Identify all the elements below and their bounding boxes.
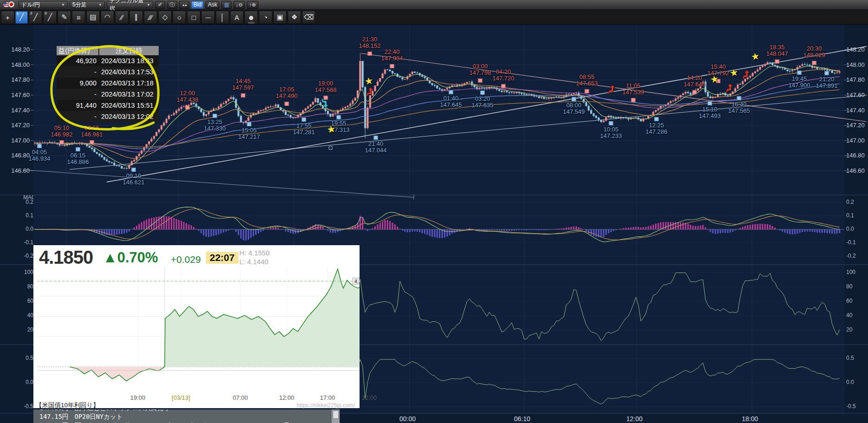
trade-marker-blue	[337, 115, 341, 119]
news-row[interactable]: 147.15円 OP20日NYカット	[39, 412, 340, 421]
trade-marker-blue	[825, 71, 829, 75]
trade-marker-blue	[708, 101, 712, 105]
tool-trendline-2-button[interactable]: ╱2	[29, 11, 42, 24]
trade-table-row[interactable]: -2024/03/13 17:02	[57, 89, 159, 100]
news-row[interactable]: 147.00円 買い大きめ 割り込むとストップ パラ売り大きめ 2012、15、…	[39, 421, 340, 423]
trade-annotation: 21:40147.044	[365, 141, 387, 154]
fib-arc-icon: ◠	[104, 13, 110, 21]
tool-v-line-button[interactable]: │	[216, 11, 229, 24]
bid-label: Bid	[193, 1, 201, 8]
tool-text-button[interactable]: A	[230, 11, 244, 24]
top-toolbar: ドル/円 ▼ 5分足 ▼ テクニカル選択 ▼ ✐ ⓘ ▲▲ Bid Ask ▥ …	[0, 0, 868, 10]
trade-history-table: 益(円換算)注文日時46,9202024/03/13 18:33-2024/03…	[57, 46, 159, 122]
tool-copy-button[interactable]: ▣	[273, 11, 287, 24]
star-icon: ★	[364, 75, 374, 87]
ask-button[interactable]: Ask	[206, 1, 219, 9]
trade-profit: -	[57, 91, 96, 98]
trade-marker-blue	[655, 117, 659, 121]
area-chart-button[interactable]: ▲▲	[179, 1, 189, 9]
trade-table-row[interactable]: 9,0002024/03/13 17:18	[57, 78, 159, 89]
yield-x-label: 22:00	[355, 394, 383, 401]
yield-high: H: 4.1550	[239, 249, 270, 257]
trade-annotation: 10:05147.233	[600, 126, 622, 139]
trade-table-row[interactable]: 91,4402024/03/13 15:51	[57, 100, 159, 111]
tool-clock-button[interactable]: ◔	[259, 11, 272, 24]
news-panel[interactable]: 147.20円 割り込むとストップロス大口売り147.15円 OP20日NYカッ…	[33, 410, 340, 423]
tool-eraser-button[interactable]: ⌫	[302, 11, 315, 24]
star-icon: ★	[709, 73, 720, 85]
tool-fib-arc-button[interactable]: ◠	[101, 11, 114, 24]
trade-annotation: 13:25147.330	[204, 119, 226, 132]
zoom-in-icon: ↑⊕	[249, 2, 256, 8]
trade-annotation: 16:40147.565	[728, 101, 750, 114]
technical-select-button[interactable]: テクニカル選択 ▼	[107, 1, 153, 8]
trade-datetime: 2024/03/13 17:53	[96, 68, 159, 76]
zoom-in-button[interactable]: ↑⊕	[247, 1, 258, 9]
ask-label: Ask	[208, 1, 217, 8]
trade-annotation: 19:00147.568	[315, 80, 337, 93]
news-panel-rows: 147.20円 割り込むとストップロス大口売り147.15円 OP20日NYカッ…	[33, 410, 340, 423]
icon-stamp-icon: ☻	[248, 13, 255, 21]
star-icon: ★	[326, 123, 337, 136]
chevron-down-icon: ▼	[147, 3, 150, 7]
trade-marker-red	[285, 102, 289, 106]
text-icon: A	[234, 13, 239, 21]
trade-annotation: 15:10147.493	[699, 106, 721, 119]
tool-trendline-3-button[interactable]: ╱3	[43, 11, 57, 24]
trade-annotation: 22:40147.984	[381, 49, 403, 62]
trade-table-row[interactable]: -2024/03/13 17:53	[57, 66, 159, 78]
info-button[interactable]: ⓘ	[167, 1, 177, 9]
timeframe-select[interactable]: 5分足 ▼	[70, 1, 105, 8]
tool-fan-lines-button[interactable]: ∕∕	[115, 11, 129, 24]
trendline-1-icon: ╱	[19, 13, 24, 21]
v-lines-icon: ∥	[135, 13, 138, 21]
pair-select[interactable]: ドル/円 ▼	[19, 1, 68, 8]
tool-v-lines-button[interactable]: ∥	[129, 11, 143, 24]
tool-icon-stamp[interactable]: ☻ICON	[244, 11, 258, 24]
scrollbar-thumb[interactable]	[333, 410, 339, 419]
trade-profit: 91,440	[57, 102, 96, 109]
col-profit-header: 益(円換算)	[57, 46, 99, 55]
trade-marker-blue	[572, 97, 576, 101]
tool-trendline-1-button[interactable]: ╱1	[15, 11, 28, 24]
trade-annotation: 18:35148.047	[766, 44, 788, 57]
tool-ellipse-button[interactable]: ○	[173, 11, 186, 24]
trade-marker-blue	[374, 136, 378, 140]
chevron-down-icon: ▼	[98, 3, 102, 7]
tool-h-lines-3-button[interactable]: ≡	[72, 11, 85, 24]
tool-polygon-button[interactable]: ◇	[158, 11, 172, 24]
zoom-out-icon: ↓⊖	[236, 2, 243, 8]
trade-table-row[interactable]: 46,9202024/03/13 18:33	[57, 55, 159, 66]
trade-annotation: 06:15146.886	[67, 152, 89, 165]
tool-h-lines-4-button[interactable]: ▤	[86, 11, 100, 24]
trendline-3-icon: ╱	[48, 13, 52, 21]
trade-annotation: 19:45147.900	[789, 76, 810, 89]
zoom-out-button[interactable]: ↓⊖	[233, 1, 245, 9]
tool-rectangle-button[interactable]: □	[187, 11, 200, 24]
trade-marker-blue	[449, 90, 453, 94]
cyan-down-arrow-icon	[320, 98, 330, 108]
tool-ruler-button[interactable]: ✎	[58, 11, 71, 24]
tool-crosshair-button[interactable]: +	[1, 11, 14, 24]
news-panel-scrollbar[interactable]	[332, 410, 340, 423]
trade-datetime: 2024/03/13 15:51	[96, 102, 159, 109]
polygon-icon: ◇	[162, 13, 168, 21]
pair-select-value: ドル/円	[21, 1, 40, 9]
tool-h-line-button[interactable]: ─	[201, 11, 215, 24]
trade-marker-blue	[797, 71, 802, 75]
timeframe-select-value: 5分足	[72, 1, 87, 9]
yield-price: 4.1850	[39, 247, 93, 268]
draw-pencil-button[interactable]: ✐	[155, 1, 165, 9]
bid-button[interactable]: Bid	[191, 1, 204, 9]
candle-chart-button[interactable]: ▥	[221, 1, 231, 9]
info-icon: ⓘ	[170, 1, 175, 8]
tool-hand-button[interactable]: ❖	[288, 11, 301, 24]
trade-marker-blue	[76, 147, 80, 151]
trade-marker-red	[241, 93, 245, 98]
trade-profit: -	[57, 113, 96, 120]
yield-change-percent: ▲0.70%	[103, 249, 158, 266]
trade-table-row[interactable]: -2024/03/13 12:02	[57, 111, 159, 122]
h-lines-3-icon: ≡	[77, 13, 81, 21]
tool-gann-fan-button[interactable]: ∕∕∕	[144, 11, 157, 24]
trade-datetime: 2024/03/13 12:02	[96, 113, 159, 120]
